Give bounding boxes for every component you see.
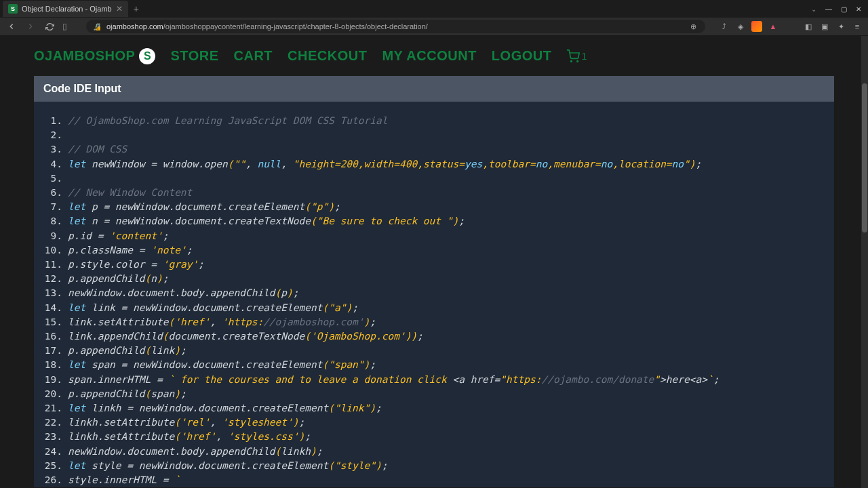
code-line: 14.let link = newWindow.document.createE… xyxy=(43,301,825,315)
code-line: 11.p.style.color = 'gray'; xyxy=(43,258,825,272)
window-controls: — ▢ ✕ xyxy=(822,3,868,15)
code-area[interactable]: 1.// OjamboShop.com Learning JavaScript … xyxy=(34,102,834,487)
browser-toolbar: ▯ 🔏 ojamboshop.com/ojamboshoppaycontent/… xyxy=(0,18,868,36)
ide-header: Code IDE Input xyxy=(34,76,834,102)
scrollbar-thumb[interactable] xyxy=(862,83,867,232)
rewards-icon[interactable]: ▲ xyxy=(768,21,778,32)
line-number: 4. xyxy=(43,157,62,171)
code-line: 10.p.className = 'note'; xyxy=(43,243,825,258)
svg-point-0 xyxy=(571,60,572,62)
page-scrollbar[interactable] xyxy=(861,36,868,488)
close-window-button[interactable]: ✕ xyxy=(852,3,865,15)
code-line: 20.p.appendChild(span); xyxy=(43,387,825,401)
browser-tab[interactable]: S Object Declaration - Ojamb ✕ xyxy=(3,1,128,17)
extensions-icon[interactable]: ✦ xyxy=(835,21,846,32)
tab-title: Object Declaration - Ojamb xyxy=(22,5,112,13)
code-content: link.setAttribute('href', 'https://ojamb… xyxy=(68,315,825,329)
code-content: // OjamboShop.com Learning JavaScript DO… xyxy=(68,114,825,128)
code-content: link.appendChild(document.createTextNode… xyxy=(68,329,825,344)
line-number: 14. xyxy=(43,301,62,315)
logo-text: OJAMBOSHOP xyxy=(34,48,135,64)
rss-icon[interactable]: ◈ xyxy=(735,21,746,32)
line-number: 6. xyxy=(43,186,62,200)
sidebar-icon[interactable]: ◧ xyxy=(803,21,814,32)
line-number: 16. xyxy=(43,329,62,344)
code-line: 6.// New Window Content xyxy=(43,186,825,200)
code-line: 4.let newWindow = window.open("", null, … xyxy=(43,157,825,171)
line-number: 8. xyxy=(43,214,62,228)
line-number: 7. xyxy=(43,200,62,214)
ide-container: Code IDE Input 1.// OjamboShop.com Learn… xyxy=(34,76,834,487)
lock-icon: 🔏 xyxy=(93,23,101,30)
code-content: let style = newWindow.document.createEle… xyxy=(68,459,825,473)
logo-badge: S xyxy=(139,48,155,64)
tabs-dropdown-icon[interactable]: ⌄ xyxy=(811,5,816,13)
code-content: // New Window Content xyxy=(68,186,825,200)
code-content: span.innerHTML = ` for the courses and t… xyxy=(68,373,825,387)
code-line: 13.newWindow.document.body.appendChild(p… xyxy=(43,286,825,300)
line-number: 20. xyxy=(43,387,62,401)
brave-shield-icon[interactable] xyxy=(751,21,762,32)
code-content: newWindow.document.body.appendChild(p); xyxy=(68,286,825,300)
code-line: 25.let style = newWindow.document.create… xyxy=(43,459,825,473)
nav-checkout[interactable]: CHECKOUT xyxy=(288,48,367,64)
nav-store[interactable]: STORE xyxy=(170,48,218,64)
line-number: 13. xyxy=(43,286,62,300)
url-bar[interactable]: 🔏 ojamboshop.com/ojamboshoppaycontent/le… xyxy=(86,20,705,33)
code-content: let n = newWindow.document.createTextNod… xyxy=(68,214,825,228)
code-line: 8.let n = newWindow.document.createTextN… xyxy=(43,214,825,228)
zoom-icon[interactable]: ⊕ xyxy=(688,21,698,32)
code-content: newWindow.document.body.appendChild(link… xyxy=(68,445,825,459)
menu-icon[interactable]: ≡ xyxy=(852,21,863,32)
cart-button[interactable]: 1 xyxy=(566,49,587,63)
line-number: 23. xyxy=(43,430,62,444)
maximize-button[interactable]: ▢ xyxy=(837,3,850,15)
code-line: 5. xyxy=(43,171,825,186)
code-line: 1.// OjamboShop.com Learning JavaScript … xyxy=(43,114,825,128)
line-number: 3. xyxy=(43,142,62,157)
line-number: 5. xyxy=(43,171,62,186)
share-icon[interactable]: ⤴ xyxy=(719,21,730,32)
code-line: 3.// DOM CSS xyxy=(43,142,825,157)
code-line: 21.let linkh = newWindow.document.create… xyxy=(43,401,825,415)
cart-count: 1 xyxy=(581,51,587,62)
line-number: 21. xyxy=(43,401,62,415)
code-line: 18.let span = newWindow.document.createE… xyxy=(43,358,825,372)
new-tab-button[interactable]: + xyxy=(134,3,139,14)
line-number: 25. xyxy=(43,459,62,473)
code-content: p.appendChild(n); xyxy=(68,272,825,286)
line-number: 22. xyxy=(43,415,62,430)
nav-logout[interactable]: LOGOUT xyxy=(492,48,552,64)
line-number: 11. xyxy=(43,258,62,272)
line-number: 26. xyxy=(43,473,62,487)
toolbar-icons-right: ⤴ ◈ ▲ ◧ ▣ ✦ ≡ xyxy=(719,21,863,32)
bookmark-icon[interactable]: ▯ xyxy=(62,22,67,31)
nav-my-account[interactable]: MY ACCOUNT xyxy=(382,48,476,64)
wallet-icon[interactable]: ▣ xyxy=(819,21,830,32)
code-line: 23.linkh.setAttribute('href', 'styles.cs… xyxy=(43,430,825,444)
code-content: p.id = 'content'; xyxy=(68,229,825,243)
site-header: OJAMBOSHOP S STORE CART CHECKOUT MY ACCO… xyxy=(0,36,868,76)
line-number: 24. xyxy=(43,445,62,459)
code-content: linkh.setAttribute('rel', 'stylesheet'); xyxy=(68,415,825,430)
code-line: 15.link.setAttribute('href', 'https://oj… xyxy=(43,315,825,329)
reload-button[interactable] xyxy=(43,20,56,33)
url-text: ojamboshop.com/ojamboshoppaycontent/lear… xyxy=(106,22,682,30)
code-content: let span = newWindow.document.createElem… xyxy=(68,358,825,372)
code-content: style.innerHTML = ` xyxy=(68,473,825,487)
line-number: 19. xyxy=(43,373,62,387)
code-line: 9.p.id = 'content'; xyxy=(43,229,825,243)
cart-icon xyxy=(566,49,580,63)
site-logo[interactable]: OJAMBOSHOP S xyxy=(34,48,155,64)
nav-cart[interactable]: CART xyxy=(234,48,273,64)
code-line: 17.p.appendChild(link); xyxy=(43,344,825,358)
code-content: let p = newWindow.document.createElement… xyxy=(68,200,825,214)
code-content: let newWindow = window.open("", null, "h… xyxy=(68,157,825,171)
back-button[interactable] xyxy=(5,20,18,33)
code-line: 26.style.innerHTML = ` xyxy=(43,473,825,487)
tab-favicon: S xyxy=(8,4,18,14)
code-content: p.style.color = 'gray'; xyxy=(68,258,825,272)
tab-close-icon[interactable]: ✕ xyxy=(116,4,123,14)
forward-button[interactable] xyxy=(24,20,37,33)
minimize-button[interactable]: — xyxy=(822,3,835,15)
